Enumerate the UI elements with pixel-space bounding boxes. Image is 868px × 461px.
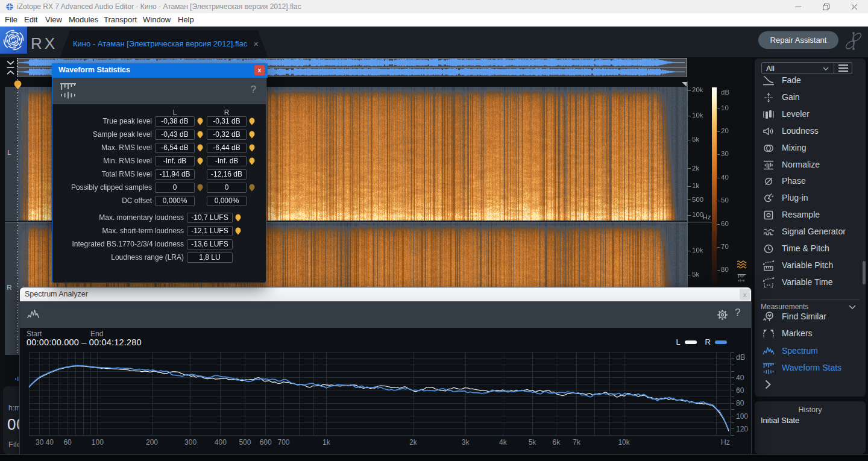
gear-icon[interactable] [716, 309, 729, 321]
signal-flow-icon[interactable] [843, 31, 866, 51]
stats-value-right[interactable]: -12,16 dB [207, 169, 247, 180]
suggestion-bulb-icon[interactable] [235, 214, 241, 222]
stats-value-right[interactable]: 0 [207, 183, 247, 193]
sidebar-item-mixing[interactable]: Mixing [755, 140, 866, 157]
stats-value-right[interactable]: -Inf. dB [207, 156, 247, 166]
sidebar-item-signal-generator[interactable]: Signal Generator [755, 224, 866, 240]
sidebar-item-spectrum[interactable]: Spectrum [755, 343, 866, 360]
history-item[interactable]: Initial State [761, 416, 799, 425]
sidebar-item-normalize[interactable]: Normalize [755, 157, 866, 174]
stats-value-right[interactable]: -6,44 dB [207, 143, 247, 153]
sidebar-item-leveler[interactable]: Leveler [755, 106, 866, 123]
colorbar-tick-label: 80 [721, 266, 729, 273]
sidebar-item-fade[interactable]: Fade [755, 72, 866, 89]
suggestion-bulb-icon[interactable] [197, 144, 203, 152]
maximize-button[interactable] [812, 0, 840, 13]
playhead-pin[interactable] [14, 80, 22, 90]
stats-value-right[interactable]: -0,31 dB [207, 116, 247, 127]
normalize-icon [763, 159, 775, 171]
menu-item-modules[interactable]: Modules [69, 15, 98, 24]
menu-item-window[interactable]: Window [143, 15, 171, 24]
spectrum-help-button[interactable]: ? [735, 307, 740, 319]
colorbar-unit-label: dB [721, 89, 729, 96]
file-tab[interactable]: Кино - Атаман [Электрическая версия 2012… [60, 30, 268, 57]
suggestion-bulb-icon[interactable] [249, 118, 255, 125]
menu-item-file[interactable]: File [5, 15, 17, 24]
sidebar-item-variable-pitch[interactable]: Variable Pitch [755, 257, 866, 274]
stats-loudness-value[interactable]: -10,7 LUFS [187, 213, 233, 223]
suggestion-bulb-icon[interactable] [249, 144, 255, 152]
waveform-statistics-dialog: Waveform Statistics x ? L R True peak le… [52, 63, 266, 283]
colorbar-tick-label: 20 [721, 127, 729, 134]
stats-row-label: DC offset [122, 196, 152, 205]
menu-item-transport[interactable]: Transport [104, 15, 137, 24]
menu-item-view[interactable]: View [45, 15, 62, 24]
sidebar-item-label: Fade [782, 75, 801, 85]
stats-value-right[interactable]: -0,32 dB [207, 130, 247, 140]
freq-tick-label: 5k [692, 136, 699, 143]
stats-loudness-row: Max. momentary loudness-10,7 LUFS [52, 213, 266, 223]
sidebar-item-plug-in[interactable]: Plug-in [755, 190, 866, 207]
suggestion-bulb-icon[interactable] [235, 227, 241, 235]
sidebar-item-variable-time[interactable]: Variable Time [755, 274, 866, 291]
module-sidebar: All FadeGainLevelerLoudnessMixingNormali… [752, 57, 868, 455]
menu-item-help[interactable]: Help [178, 15, 194, 24]
spectrum-chart[interactable]: 3040601002003004005006007001k2k3k4k5k6k7… [20, 328, 751, 461]
sidebar-item-markers[interactable]: Markers [755, 325, 866, 342]
suggestion-bulb-icon[interactable] [249, 184, 255, 192]
freq-tick-label: 100 [692, 211, 703, 218]
spectrum-analyzer-close-button[interactable]: x [740, 289, 750, 300]
window-titlebar[interactable]: iZotope RX 7 Advanced Audio Editor - Кин… [0, 0, 868, 13]
file-tab-label: Кино - Атаман [Электрическая версия 2012… [73, 39, 247, 48]
menu-bar: FileEditViewModulesTransportWindowHelp [0, 13, 868, 27]
close-button[interactable] [840, 0, 868, 13]
app-icon [6, 3, 13, 10]
sidebar-scrollbar-thumb[interactable] [863, 261, 866, 284]
minimize-icon [795, 4, 802, 10]
spectrum-analyzer-header[interactable]: Spectrum Analyzer x [20, 287, 751, 301]
y-tick-label: 80 [736, 399, 744, 407]
x-axis-unit: Hz [721, 438, 730, 447]
y-tick-label: 100 [736, 412, 748, 421]
stats-loudness-value[interactable]: -12,1 LUFS [187, 226, 233, 236]
stats-value-left[interactable]: -6,54 dB [155, 143, 195, 153]
spectrogram-settings-icon[interactable] [737, 260, 747, 269]
stats-value-left[interactable]: -0,38 dB [155, 116, 195, 127]
stats-value-right[interactable]: 0,000% [207, 196, 247, 206]
suggestion-bulb-icon[interactable] [197, 157, 203, 165]
suggestion-bulb-icon[interactable] [197, 118, 203, 125]
sidebar-item-time-pitch[interactable]: Time & Pitch [755, 240, 866, 257]
minimize-button[interactable] [784, 0, 812, 13]
repair-assistant-button[interactable]: Repair Assistant [758, 31, 838, 49]
overview-collapse-control[interactable] [7, 60, 14, 75]
sidebar-item-find-similar[interactable]: Find Similar [755, 309, 866, 325]
stats-dialog-close-button[interactable]: x [254, 65, 265, 75]
sidebar-item-phase[interactable]: Phase [755, 173, 866, 190]
suggestion-bulb-icon[interactable] [197, 184, 203, 192]
sidebar-item-loudness[interactable]: Loudness [755, 123, 866, 140]
stats-value-left[interactable]: -0,43 dB [155, 130, 195, 140]
tab-close-icon[interactable]: × [253, 39, 259, 49]
stats-dialog-titlebar[interactable]: Waveform Statistics x [52, 63, 268, 78]
suggestion-bulb-icon[interactable] [249, 131, 255, 139]
stats-help-button[interactable]: ? [251, 84, 256, 96]
waveform-stats-mini-icon[interactable] [737, 274, 746, 282]
sidebar-item-waveform-stats[interactable]: Waveform Stats [755, 360, 866, 377]
stats-value-left[interactable]: -Inf. dB [155, 156, 195, 166]
amplitude-colorbar[interactable] [712, 87, 717, 287]
stats-value-left[interactable]: 0 [155, 183, 195, 193]
stats-loudness-value[interactable]: 1,8 LU [187, 252, 233, 263]
variable-time-icon [763, 277, 775, 289]
suggestion-bulb-icon[interactable] [197, 131, 203, 139]
stats-value-left[interactable]: 0,000% [155, 196, 195, 206]
menu-item-edit[interactable]: Edit [24, 15, 37, 24]
window-bottom-strip [0, 454, 868, 461]
sidebar-item-label: Gain [782, 92, 800, 102]
freq-ruler-unit: Hz [703, 213, 711, 221]
sidebar-item-resample[interactable]: Resample [755, 207, 866, 224]
stats-value-left[interactable]: -11,94 dB [155, 169, 195, 180]
sidebar-item-gain[interactable]: Gain [755, 89, 866, 106]
stats-loudness-value[interactable]: -13,6 LUFS [187, 239, 233, 249]
suggestion-bulb-icon[interactable] [249, 157, 255, 165]
expand-panel-chevron[interactable] [765, 380, 771, 389]
